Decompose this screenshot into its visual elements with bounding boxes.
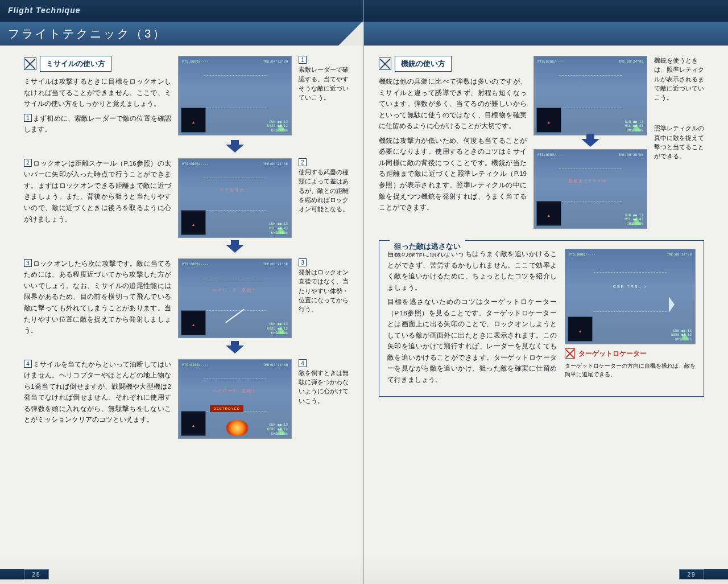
caption-num-1: 1 <box>299 56 307 64</box>
caption-1: 索敵レーダーで確認する。当てやすそうな敵に近づいていこう。 <box>299 65 349 102</box>
missile-trail-icon <box>225 309 245 323</box>
pagenum-stripe <box>0 569 24 579</box>
radar-icon <box>568 316 593 342</box>
screenshot-3: PTS:0000/----TME:00'21"50 ヘイロー2、交戦！ GUN … <box>178 258 292 338</box>
arrow-down-icon <box>178 142 292 155</box>
radar-icon <box>181 210 206 235</box>
caption-num-4: 4 <box>299 359 307 367</box>
destroyed-label: DESTROYED <box>210 405 243 412</box>
page-number-right: 29 <box>679 569 704 579</box>
num-1: 1 <box>24 114 32 122</box>
caption-2: 使用する武器の種類によって差はあるが、敵との距離を縮めればロックオン可能となる。 <box>299 167 349 213</box>
screenshot-gun-1: PTS:0000/----TME:09'24"45 GUN ●● 13MSL ●… <box>533 56 647 135</box>
section-heading-label: 機銃の使い方 <box>395 56 452 72</box>
arrow-down-icon <box>178 343 292 356</box>
gun-para-2: 機銃は攻撃力が低いため、何度も当てることが必要になります。使用するときのコツはミ… <box>379 135 527 213</box>
page-title: フライトテクニック（3） <box>8 24 167 43</box>
screenshot-2: PTS:0000/----TME:00'21"50 ペアを守れ。 GUN ●● … <box>178 158 292 238</box>
radar-icon <box>536 108 561 133</box>
screenshot-1: PTS:0000/----TME:04'13"29 GUN ●● 13U08S … <box>178 56 292 135</box>
num-2: 2 <box>24 159 32 167</box>
intro-text: ミサイルは攻撃するときに目標をロックオンしなければ当てることができません。ここで… <box>24 76 171 110</box>
locator-para-1: 自機の操作に慣れないうちはうまく敵を追いかけることができず、苦労するかもしれませ… <box>387 249 557 293</box>
radar-icon <box>181 310 206 335</box>
target-locator-arrow-icon <box>669 297 675 312</box>
framed-title: 狙った敵は逃さない <box>390 240 465 253</box>
screenshot-gun-2: PTS:0000/----TME:00'30"55 目標まで9マイル。 GUN … <box>533 149 647 229</box>
num-4: 4 <box>24 360 32 368</box>
step-4: 4ミサイルを当てたからといって油断してはいけません。ヘリコプターやほとんどの地上… <box>24 359 171 426</box>
section-target-locator: 狙った敵は逃さない 自機の操作に慣れないうちはうまく敵を追いかけることができず、… <box>379 240 704 397</box>
arrow-down-icon <box>533 137 647 149</box>
section-heading-gun: 機銃の使い方 <box>379 56 527 72</box>
gun-para-1: 機銃は他の兵装に比べて弾数は多いのですが、ミサイルと違って誘導できず、射程も短く… <box>379 76 527 132</box>
arrow-down-icon <box>178 242 292 255</box>
locator-caption: ターゲットロケーターの方向に自機を操れば、敵を簡単に追尾できる。 <box>565 361 696 379</box>
radar-icon <box>536 201 561 226</box>
step-2: 2ロックオンは距離スケール（P.16参照）の太いバーに矢印が入った時点で行うこと… <box>24 158 171 225</box>
radar-icon <box>181 411 206 436</box>
radar-icon <box>181 108 206 133</box>
locator-callout-label: ターゲットロケーター <box>578 348 647 359</box>
page-title-row: フライトテクニック（3） <box>0 22 363 46</box>
screenshot-locator: PTS:0000/----TME:09'14"38 CSR TRBL > GUN… <box>565 249 696 344</box>
caption-num-3: 3 <box>299 258 307 266</box>
num-3: 3 <box>24 259 32 267</box>
gun-caption-1: 機銃を使うときは、照準レティクルが表示されるまで敵に近づいていこう。 <box>654 56 704 102</box>
step-1: 1まず初めに、索敵レーダーで敵の位置を確認します。 <box>24 113 171 135</box>
section-heading-label: ミサイルの使い方 <box>40 56 111 72</box>
locator-para-2: 目標を逃さないためのコツはターゲットロケーター（P.18参照）を見ることです。タ… <box>387 297 557 385</box>
x-box-icon <box>565 348 575 359</box>
caption-num-2: 2 <box>299 158 307 166</box>
locator-callout: ターゲットロケーター <box>565 348 696 359</box>
screenshot-4: PTS:0100/----TME:04'14"50 ヘイロー2、交戦！ DEST… <box>178 359 292 439</box>
chapter-bar <box>364 0 728 22</box>
page-right: 機銃の使い方 機銃は他の兵装に比べて弾数は多いのですが、ミサイルと違って誘導でき… <box>364 0 728 584</box>
page-number-left: 28 <box>24 569 49 579</box>
gun-caption-2: 照準レティクルの真中に敵を捉えて撃つと当てることができる。 <box>654 124 704 161</box>
pagenum-stripe <box>704 569 728 579</box>
caption-4: 敵を倒すときは無駄に弾をつかわないように心がけていこう。 <box>299 368 349 405</box>
chapter-bar: Flight Technique <box>0 0 363 22</box>
page-left: Flight Technique フライトテクニック（3） ミサイルの使い方 ミ… <box>0 0 364 584</box>
caption-3: 発射はロックオン直後ではなく、当たりやすい体勢・位置になってから行う。 <box>299 268 349 314</box>
x-box-icon <box>24 57 36 70</box>
explosion-icon <box>226 420 249 436</box>
section-heading-missile: ミサイルの使い方 <box>24 56 171 72</box>
chapter-label: Flight Technique <box>8 4 80 18</box>
step-3: 3ロックオンしたら次に攻撃です。敵に当てるためには、ある程度近づいてから攻撃した… <box>24 258 171 336</box>
x-box-icon <box>379 57 391 70</box>
